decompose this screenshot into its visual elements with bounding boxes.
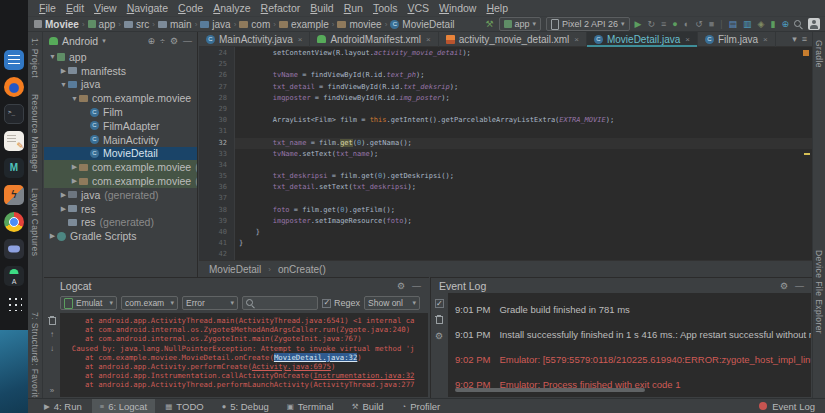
debug-icon[interactable]: ● xyxy=(672,20,677,29)
scroll-up-icon[interactable]: ↑ xyxy=(50,330,54,339)
panel-header-icon[interactable]: — xyxy=(183,36,192,46)
code-line[interactable]: imgposter = findViewById(R.id.img_poster… xyxy=(235,93,812,104)
code-line[interactable]: } xyxy=(235,227,812,238)
line-number[interactable]: 36 xyxy=(199,182,234,193)
line-number[interactable]: 31 xyxy=(199,126,234,137)
error-stripe-mark[interactable] xyxy=(803,50,809,56)
tool-window-button-terminal[interactable]: ▣Terminal xyxy=(279,399,342,413)
code-line[interactable]: ArrayList<Film> film = this.getIntent().… xyxy=(235,115,812,126)
code-editor[interactable]: 24252627282930313233343536373839404142 s… xyxy=(199,47,812,260)
run-config-dropdown[interactable]: app ▾ xyxy=(499,17,542,31)
tree-item-moviedetail[interactable]: CMovieDetail xyxy=(44,147,197,161)
tool-window-button-todo[interactable]: ▦TODO xyxy=(157,399,211,413)
breadcrumb-com[interactable]: com xyxy=(239,19,270,30)
tool-window-button-5-debug[interactable]: ●5: Debug xyxy=(214,399,277,413)
tree-item-filmadapter[interactable]: CFilmAdapter xyxy=(44,119,197,133)
tool-window-button-6-logcat[interactable]: ≡6: Logcat xyxy=(92,399,155,413)
tree-item-mainactivity[interactable]: CMainActivity xyxy=(44,133,197,147)
breadcrumb-java[interactable]: java xyxy=(200,19,230,30)
tab-moviedetail-java[interactable]: CMovieDetail.java× xyxy=(587,32,698,47)
clear-logcat-icon[interactable] xyxy=(48,316,56,325)
line-number[interactable]: 34 xyxy=(199,160,234,171)
menu-view[interactable]: View xyxy=(89,2,122,14)
terminal-icon[interactable] xyxy=(4,104,24,124)
log-level-dropdown[interactable]: Error ▾ xyxy=(182,296,238,310)
search-icon[interactable] xyxy=(794,20,803,29)
line-number[interactable]: 39 xyxy=(199,216,234,227)
breadcrumb-moviee[interactable]: Moviee xyxy=(34,19,79,30)
tree-item-java[interactable]: ▼java xyxy=(44,78,197,92)
apply-changes-icon[interactable]: ↻ xyxy=(648,20,656,29)
hide-panel-icon[interactable]: — xyxy=(795,281,804,291)
avd-manager-icon[interactable]: ▤ xyxy=(729,20,738,29)
tab-activity-movie-detail-xml[interactable]: activity_movie_detail.xml× xyxy=(439,32,587,47)
code-line[interactable] xyxy=(235,104,812,115)
menu-file[interactable]: File xyxy=(34,2,61,14)
clear-events-icon[interactable] xyxy=(435,315,443,324)
menu-analyze[interactable]: Analyze xyxy=(208,2,255,14)
code-line[interactable] xyxy=(235,193,812,204)
line-number[interactable]: 25 xyxy=(199,59,234,70)
run-tasks-icon[interactable]: ≡ xyxy=(661,20,666,29)
filter-events-icon[interactable] xyxy=(435,299,444,308)
tool-window-button-4-run[interactable]: ▶4: Run xyxy=(36,399,90,413)
code-line[interactable]: } xyxy=(235,238,812,249)
discord-icon[interactable] xyxy=(4,239,24,259)
settings-wrench-icon[interactable]: ⚙ xyxy=(435,331,443,341)
tool-stripe-1-project[interactable]: 1: Project xyxy=(30,38,40,78)
sync-project-icon[interactable]: ◈ xyxy=(758,20,765,29)
code-line[interactable]: txt_deskripsi = film.get(0).getDeskripsi… xyxy=(235,171,812,182)
line-number[interactable]: 24 xyxy=(199,48,234,59)
chrome-icon[interactable] xyxy=(4,212,24,232)
breadcrumb-app[interactable]: app xyxy=(88,19,116,30)
code-line[interactable]: setContentView(R.layout.activity_movie_d… xyxy=(235,48,812,59)
screenshot-tool-icon[interactable] xyxy=(4,185,24,205)
tree-item-com-example-moviee[interactable]: ▶com.example.moviee(test) xyxy=(44,174,197,188)
gradle-sync-icon[interactable]: ≡ xyxy=(802,34,807,44)
code-line[interactable]: imgposter.setImageResource(foto); xyxy=(235,216,812,227)
line-number[interactable]: 41 xyxy=(199,238,234,249)
code-line[interactable]: foto = film.get(0).getFilm(); xyxy=(235,205,812,216)
menu-refactor[interactable]: Refactor xyxy=(256,2,306,14)
horizontal-scrollbar[interactable] xyxy=(455,388,645,392)
sdk-manager-icon[interactable]: ⊕ xyxy=(781,20,789,29)
scroll-down-icon[interactable]: ↓ xyxy=(50,344,54,353)
code-line[interactable] xyxy=(235,126,812,137)
coverage-icon[interactable]: ↺ xyxy=(695,20,703,29)
line-number[interactable]: 40 xyxy=(199,227,234,238)
build-hammer-icon[interactable]: ⚒ xyxy=(485,20,493,29)
code-line[interactable]: txt_detail = findViewById(R.id.txt_deksr… xyxy=(235,82,812,93)
hide-panel-icon[interactable]: — xyxy=(412,281,421,291)
breadcrumb-moviee[interactable]: moviee xyxy=(337,19,381,30)
code-line[interactable] xyxy=(235,249,812,260)
profile-icon[interactable]: ◐ xyxy=(684,20,689,29)
panel-header-icon[interactable]: ⚙ xyxy=(170,36,178,46)
breadcrumb-main[interactable]: main xyxy=(158,19,192,30)
line-number[interactable]: 38 xyxy=(199,205,234,216)
tool-stripe-gradle[interactable]: Gradle xyxy=(814,40,824,68)
menu-tools[interactable]: Tools xyxy=(368,2,403,14)
settings-gear-icon[interactable]: ⚙ xyxy=(397,281,405,291)
package-filter-dropdown[interactable]: com.exam ▾ xyxy=(121,296,178,310)
tree-item-com-example-moviee[interactable]: ▼com.example.moviee xyxy=(44,91,197,105)
code-line[interactable]: tvName.setText(txt_name); xyxy=(235,149,812,160)
line-number[interactable]: 27 xyxy=(199,82,234,93)
line-number[interactable]: 35 xyxy=(199,171,234,182)
tree-item-res[interactable]: ▶res xyxy=(44,202,197,216)
breadcrumb-class[interactable]: MovieDetail xyxy=(209,264,261,275)
profile-avatar[interactable] xyxy=(808,18,820,30)
close-icon[interactable]: × xyxy=(685,35,690,44)
tool-stripe-7-structure[interactable]: 7: Structure xyxy=(30,312,40,361)
line-number[interactable]: 29 xyxy=(199,104,234,115)
tab-mainactivity-java[interactable]: CMainActivity.java× xyxy=(199,32,310,47)
code-line[interactable] xyxy=(235,59,812,70)
warning-stripe-mark[interactable] xyxy=(804,153,810,155)
firefox-icon[interactable] xyxy=(4,77,24,97)
menu-run[interactable]: Run xyxy=(339,2,368,14)
android-studio-icon[interactable] xyxy=(4,266,24,286)
menu-window[interactable]: Window xyxy=(434,2,481,14)
device-filter-dropdown[interactable]: Emulat ▾ xyxy=(60,296,117,310)
tree-item-gradle-scripts[interactable]: ▶Gradle Scripts xyxy=(44,229,197,243)
menu-vcs[interactable]: VCS xyxy=(402,2,434,14)
run-icon[interactable]: ▶ xyxy=(635,20,642,29)
